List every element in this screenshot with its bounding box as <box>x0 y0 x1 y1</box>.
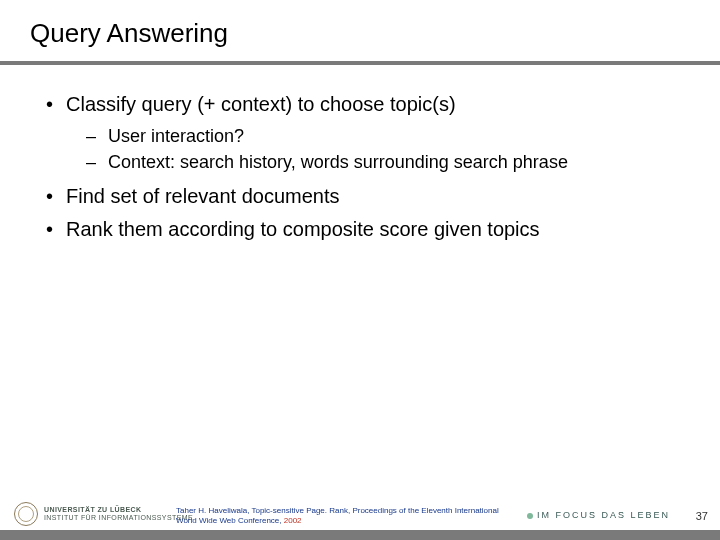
seal-icon <box>14 502 38 526</box>
bullet-text: Rank them according to composite score g… <box>66 216 690 243</box>
university-line2: INSTITUT FÜR INFORMATIONSSYSTEME <box>44 514 193 522</box>
university-line1: UNIVERSITÄT ZU LÜBECK <box>44 506 193 514</box>
bullet-text: Context: search history, words surroundi… <box>108 150 690 174</box>
slide: Query Answering • Classify query (+ cont… <box>0 0 720 540</box>
page-number: 37 <box>696 510 708 522</box>
bullet-item: – Context: search history, words surroun… <box>86 150 690 174</box>
title-area: Query Answering <box>0 0 720 55</box>
content-area: • Classify query (+ context) to choose t… <box>0 65 720 243</box>
citation-year: 2002 <box>284 516 302 525</box>
bullet-text: User interaction? <box>108 124 690 148</box>
citation-text: Taher H. Haveliwala, Topic-sensitive Pag… <box>176 506 499 525</box>
bullet-marker: • <box>46 183 66 210</box>
bullet-item: • Find set of relevant documents <box>46 183 690 210</box>
bullet-marker: • <box>46 216 66 243</box>
bullet-marker: – <box>86 124 108 148</box>
bullet-text: Classify query (+ context) to choose top… <box>66 91 690 118</box>
motto: IM FOCUS DAS LEBEN <box>527 510 670 520</box>
bullet-item: • Classify query (+ context) to choose t… <box>46 91 690 118</box>
footer: UNIVERSITÄT ZU LÜBECK INSTITUT FÜR INFOR… <box>0 488 720 540</box>
bullet-marker: – <box>86 150 108 174</box>
citation: Taher H. Haveliwala, Topic-sensitive Pag… <box>176 506 516 526</box>
bullet-item: – User interaction? <box>86 124 690 148</box>
university-name: UNIVERSITÄT ZU LÜBECK INSTITUT FÜR INFOR… <box>44 506 193 521</box>
bullet-text: Find set of relevant documents <box>66 183 690 210</box>
bullet-item: • Rank them according to composite score… <box>46 216 690 243</box>
bullet-marker: • <box>46 91 66 118</box>
dot-icon <box>527 513 533 519</box>
slide-title: Query Answering <box>30 18 690 49</box>
university-logo: UNIVERSITÄT ZU LÜBECK INSTITUT FÜR INFOR… <box>14 502 193 526</box>
motto-text: IM FOCUS DAS LEBEN <box>537 510 670 520</box>
footer-bar <box>0 530 720 540</box>
